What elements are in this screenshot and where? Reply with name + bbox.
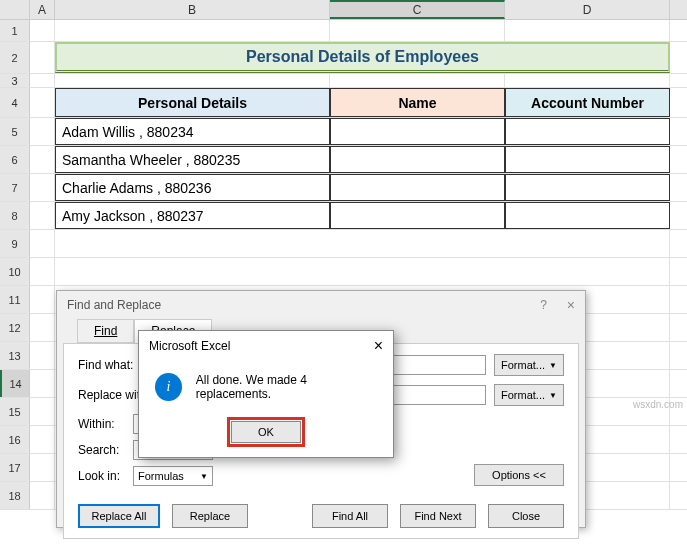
col-header-c[interactable]: C (330, 0, 505, 19)
col-header-d[interactable]: D (505, 0, 670, 19)
lookin-label: Look in: (78, 469, 133, 483)
row-header[interactable]: 14 (0, 370, 30, 397)
msgbox-titlebar[interactable]: Microsoft Excel × (139, 331, 393, 361)
cell[interactable] (30, 342, 55, 369)
options-button[interactable]: Options << (474, 464, 564, 486)
row-header[interactable]: 16 (0, 426, 30, 453)
data-cell[interactable] (330, 118, 505, 145)
format-button-replace[interactable]: Format...▼ (494, 384, 564, 406)
row-header[interactable]: 11 (0, 286, 30, 313)
tab-find[interactable]: Find (77, 319, 134, 343)
cell[interactable] (30, 314, 55, 341)
cell[interactable] (30, 202, 55, 229)
lookin-select[interactable]: Formulas▼ (133, 466, 213, 486)
row-header[interactable]: 17 (0, 454, 30, 481)
cell[interactable] (30, 174, 55, 201)
col-header-b[interactable]: B (55, 0, 330, 19)
data-cell[interactable] (330, 202, 505, 229)
cell[interactable] (55, 258, 670, 285)
cell[interactable] (330, 74, 505, 87)
cell[interactable] (30, 230, 55, 257)
row-header[interactable]: 5 (0, 118, 30, 145)
message-box: Microsoft Excel × i All done. We made 4 … (138, 330, 394, 458)
row-header[interactable]: 1 (0, 20, 30, 41)
data-cell[interactable] (330, 174, 505, 201)
cell[interactable] (30, 370, 55, 397)
cell[interactable] (55, 230, 670, 257)
msgbox-text: All done. We made 4 replacements. (196, 373, 377, 401)
row-header[interactable]: 3 (0, 74, 30, 87)
data-cell[interactable]: Adam Willis , 880234 (55, 118, 330, 145)
cell[interactable] (30, 454, 55, 481)
replace-all-button[interactable]: Replace All (78, 504, 160, 528)
find-next-button[interactable]: Find Next (400, 504, 476, 528)
ok-button[interactable]: OK (231, 421, 301, 443)
chevron-down-icon: ▼ (200, 472, 208, 481)
row-header[interactable]: 7 (0, 174, 30, 201)
cell[interactable] (30, 88, 55, 117)
row-header[interactable]: 18 (0, 482, 30, 509)
data-cell[interactable]: Amy Jackson , 880237 (55, 202, 330, 229)
data-cell[interactable] (505, 202, 670, 229)
data-cell[interactable] (505, 174, 670, 201)
cell[interactable] (55, 20, 330, 41)
data-cell[interactable] (330, 146, 505, 173)
cell[interactable] (30, 74, 55, 87)
replace-button[interactable]: Replace (172, 504, 248, 528)
search-label: Search: (78, 443, 133, 457)
cell[interactable] (505, 74, 670, 87)
close-icon[interactable]: × (374, 337, 383, 355)
chevron-down-icon: ▼ (549, 361, 557, 370)
row-header[interactable]: 10 (0, 258, 30, 285)
column-headers: A B C D (0, 0, 687, 20)
row-header[interactable]: 12 (0, 314, 30, 341)
cell[interactable] (505, 20, 670, 41)
row-header[interactable]: 2 (0, 42, 30, 73)
dialog-titlebar[interactable]: Find and Replace ? × (57, 291, 585, 319)
cell[interactable] (30, 286, 55, 313)
row-header[interactable]: 8 (0, 202, 30, 229)
header-name[interactable]: Name (330, 88, 505, 117)
cell[interactable] (30, 426, 55, 453)
data-cell[interactable] (505, 118, 670, 145)
cell[interactable] (30, 20, 55, 41)
cell[interactable] (30, 398, 55, 425)
cell[interactable] (30, 146, 55, 173)
find-all-button[interactable]: Find All (312, 504, 388, 528)
chevron-down-icon: ▼ (549, 391, 557, 400)
row-header[interactable]: 13 (0, 342, 30, 369)
data-cell[interactable]: Charlie Adams , 880236 (55, 174, 330, 201)
dialog-title: Find and Replace (67, 298, 161, 312)
cell[interactable] (30, 118, 55, 145)
watermark: wsxdn.com (633, 399, 683, 410)
title-cell[interactable]: Personal Details of Employees (55, 42, 670, 73)
select-all-corner[interactable] (0, 0, 30, 19)
row-header[interactable]: 4 (0, 88, 30, 117)
col-header-a[interactable]: A (30, 0, 55, 19)
cell[interactable] (30, 258, 55, 285)
header-account-number[interactable]: Account Number (505, 88, 670, 117)
header-personal-details[interactable]: Personal Details (55, 88, 330, 117)
cell[interactable] (30, 482, 55, 509)
row-header[interactable]: 6 (0, 146, 30, 173)
row-header[interactable]: 9 (0, 230, 30, 257)
msgbox-title: Microsoft Excel (149, 339, 230, 353)
data-cell[interactable] (505, 146, 670, 173)
cell[interactable] (55, 74, 330, 87)
cell[interactable] (330, 20, 505, 41)
format-button-find[interactable]: Format...▼ (494, 354, 564, 376)
cell[interactable] (30, 42, 55, 73)
row-header[interactable]: 15 (0, 398, 30, 425)
info-icon: i (155, 373, 182, 401)
help-icon[interactable]: ? (540, 298, 547, 312)
within-label: Within: (78, 417, 133, 431)
close-button[interactable]: Close (488, 504, 564, 528)
close-icon[interactable]: × (567, 297, 575, 313)
data-cell[interactable]: Samantha Wheeler , 880235 (55, 146, 330, 173)
